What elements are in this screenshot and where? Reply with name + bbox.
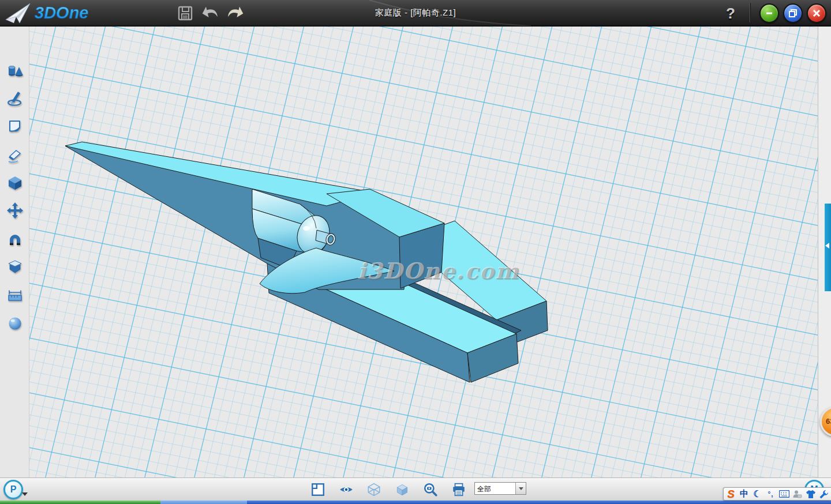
viewport-3d[interactable]: i3DOne.com 25 124.186 mm 63 [0, 26, 831, 477]
ime-settings-button[interactable] [818, 488, 830, 500]
chevron-down-icon [519, 487, 523, 490]
dropdown-button[interactable] [515, 483, 526, 494]
tool-cube[interactable] [6, 174, 24, 192]
visibility-button[interactable] [337, 480, 355, 499]
view-layout-icon [310, 482, 325, 497]
chevron-left-icon [825, 243, 829, 249]
restore-button[interactable] [783, 3, 803, 23]
zoom-capture-icon [423, 482, 438, 497]
cube-icon [6, 174, 24, 191]
floating-badge-count: 63 [826, 417, 831, 426]
ime-toolbar: S 中 ☾ °, [723, 487, 831, 501]
wireframe-cube-icon [366, 482, 381, 497]
move-arrows-icon [6, 202, 24, 219]
print-button[interactable] [450, 480, 468, 499]
left-toolbar [0, 26, 29, 477]
open-box-icon [6, 258, 24, 276]
ime-language-toggle[interactable]: 中 [738, 488, 750, 500]
restore-icon [788, 9, 798, 18]
scene-svg [0, 26, 831, 477]
measure-ruler-icon [6, 287, 24, 304]
minimize-button[interactable] [759, 3, 779, 23]
tool-primitives[interactable] [6, 62, 24, 80]
taskbar-start-segment[interactable] [0, 501, 160, 504]
close-icon [812, 9, 821, 18]
tool-eraser[interactable] [6, 146, 24, 164]
taskbar-active-segment[interactable] [160, 501, 247, 504]
os-taskbar-edge[interactable] [0, 501, 831, 504]
wireframe-view-button[interactable] [365, 480, 383, 499]
panel-collapse-tab[interactable] [825, 204, 831, 291]
person-icon [792, 490, 802, 499]
tool-sketch[interactable] [6, 89, 24, 108]
primitives-icon [6, 62, 24, 80]
tool-surface[interactable] [6, 117, 24, 136]
help-button[interactable]: ? [720, 2, 741, 24]
launcher-caret-icon[interactable] [22, 492, 28, 496]
taskbar-segment[interactable] [247, 501, 831, 504]
eye-icon [338, 482, 354, 497]
ime-keyboard-button[interactable] [778, 488, 790, 500]
print-icon [451, 482, 466, 497]
pml-launcher-badge[interactable]: P [3, 480, 23, 499]
ime-account-button[interactable] [791, 488, 803, 500]
shaded-view-button[interactable] [393, 480, 411, 499]
zoom-capture-button[interactable] [421, 480, 440, 499]
bottom-toolbar: P [0, 477, 831, 501]
tool-measure[interactable] [6, 287, 24, 305]
titlebar-divider [750, 3, 750, 22]
sphere-icon [6, 315, 24, 332]
ime-punctuation-toggle[interactable]: °, [765, 488, 777, 500]
ime-skin-button[interactable] [804, 488, 817, 500]
titlebar: 3DOne 家庭版 - [阿帕奇.Z1] ? [0, 0, 831, 27]
tool-material-sphere[interactable] [6, 314, 24, 333]
tool-move[interactable] [6, 201, 24, 220]
pml-launcher-letter: P [10, 484, 17, 495]
tshirt-icon [806, 490, 816, 499]
tool-open-box[interactable] [6, 258, 24, 276]
tool-magnet[interactable] [6, 230, 24, 249]
ime-fullwidth-moon-icon[interactable]: ☾ [751, 488, 763, 500]
app-window: 3DOne 家庭版 - [阿帕奇.Z1] ? [0, 0, 831, 504]
model-highlight [303, 226, 310, 231]
magnet-icon [6, 231, 24, 248]
sketch-pencil-icon [6, 90, 24, 107]
eraser-icon [6, 146, 24, 164]
surface-sheet-icon [6, 118, 24, 135]
shaded-cube-icon [395, 482, 410, 497]
wrench-icon [819, 490, 829, 499]
view-layout-button[interactable] [309, 480, 327, 499]
keyboard-icon [779, 490, 789, 498]
ime-brand-icon[interactable]: S [725, 488, 737, 500]
display-filter-dropdown[interactable]: 全部 [474, 482, 526, 495]
close-button[interactable] [807, 3, 826, 23]
display-filter-value: 全部 [475, 483, 515, 494]
minimize-icon [765, 9, 774, 18]
window-title: 家庭版 - [阿帕奇.Z1] [0, 0, 831, 26]
